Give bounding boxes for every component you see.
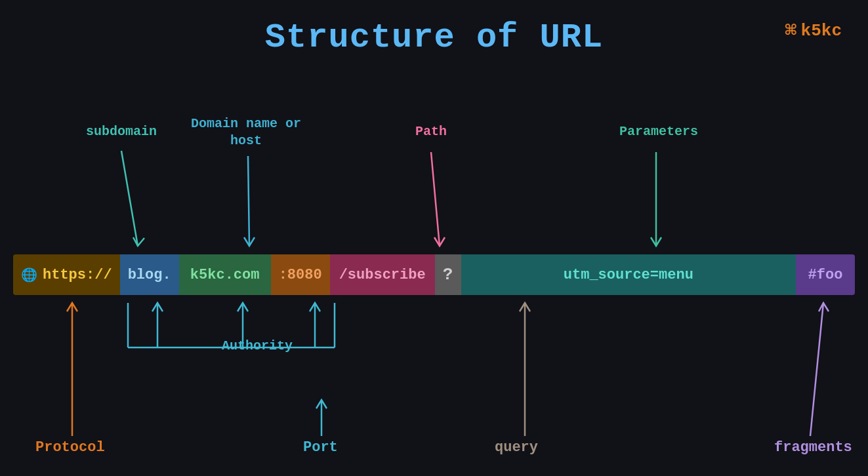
segment-protocol: 🌐 https:// — [13, 254, 120, 295]
url-bar: 🌐 https:// blog. k5kc.com :8080 /subscri… — [13, 254, 855, 295]
logo-icon: ⌘ — [785, 18, 797, 43]
path-label: Path — [392, 123, 470, 140]
segment-domain: k5kc.com — [179, 254, 271, 295]
parameters-label: Parameters — [593, 123, 724, 140]
segment-port: :8080 — [271, 254, 330, 295]
logo-text: k5kc — [801, 21, 842, 41]
arrows-overlay — [0, 0, 868, 476]
svg-line-0 — [121, 151, 138, 246]
segment-path: /subscribe — [330, 254, 435, 295]
port-label: Port — [303, 439, 338, 456]
segment-question: ? — [435, 254, 461, 295]
protocol-text: https:// — [43, 267, 112, 283]
authority-label: Authority — [222, 338, 293, 353]
globe-icon: 🌐 — [21, 267, 37, 283]
logo: ⌘ k5kc — [785, 18, 842, 43]
subdomain-label: subdomain — [72, 123, 171, 140]
segment-params: utm_source=menu — [461, 254, 796, 295]
svg-line-2 — [431, 152, 440, 246]
segment-subdomain: blog. — [120, 254, 179, 295]
page-title: Structure of URL — [0, 0, 868, 57]
fragments-label: fragments — [774, 439, 852, 456]
svg-line-1 — [248, 156, 249, 246]
domain-label: Domain name or host — [190, 115, 302, 149]
protocol-label: Protocol — [35, 439, 105, 456]
svg-line-13 — [810, 303, 823, 436]
query-label: query — [495, 439, 538, 456]
segment-fragment: #foo — [796, 254, 855, 295]
